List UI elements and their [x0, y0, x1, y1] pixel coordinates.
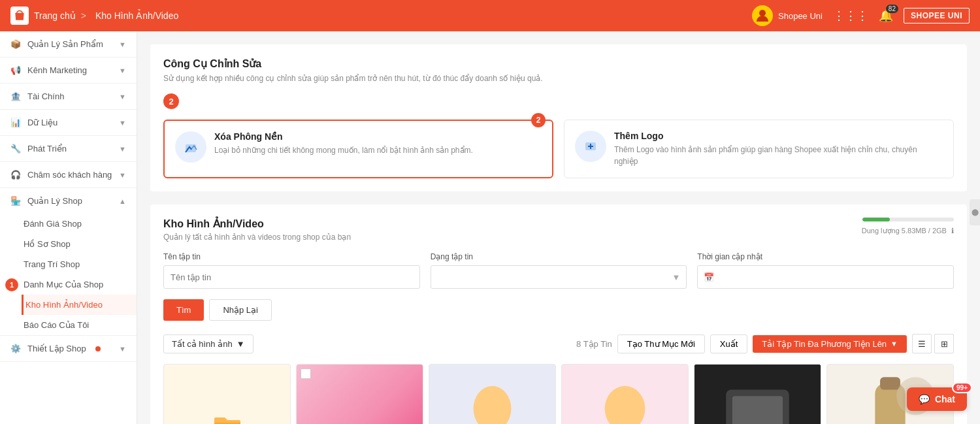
svg-rect-11: [732, 396, 783, 424]
sidebar-item-du-lieu[interactable]: 📊 Dữ Liệu ▼: [0, 110, 137, 135]
tools-card: Công Cụ Chỉnh Sửa Sử dụng kết hợp nhiều …: [150, 44, 967, 191]
date-wrapper: 📅: [697, 265, 954, 289]
upload-button[interactable]: Tải Tập Tin Đa Phương Tiện Lên ▼: [753, 335, 907, 353]
storage-text: Dung lượng 5.83MB / 2GB ℹ: [862, 227, 954, 235]
sidebar-item-quan-ly-san-pham[interactable]: 📦 Quản Lý Sản Phẩm ▼: [0, 31, 137, 57]
sidebar-item-cskh[interactable]: 🎧 Chăm sóc khách hàng ▼: [0, 162, 137, 188]
sidebar-section-data: 📊 Dữ Liệu ▼: [0, 110, 137, 136]
sidebar-item-phat-trien[interactable]: 🔧 Phát Triển ▼: [0, 136, 137, 161]
chat-button[interactable]: 💬 Chat 99+: [907, 387, 967, 411]
storage-fill: [862, 218, 890, 221]
tool-xoa-phong-nen[interactable]: 2 Xóa Phông Nền Loại bỏ những chi tiết k…: [163, 120, 553, 178]
shopee-uni-button[interactable]: SHOPEE UNI: [904, 8, 970, 24]
storage-info: Dung lượng 5.83MB / 2GB ℹ: [862, 218, 954, 235]
media-left: Tất cả hình ảnh ▼: [163, 334, 253, 353]
finance-icon: 🏦: [10, 91, 21, 101]
list-view-button[interactable]: ☰: [912, 334, 932, 353]
step2-wrapper: 2: [163, 93, 179, 109]
sidebar-item-danh-muc-shop[interactable]: Danh Mục Của Shop 1: [24, 274, 137, 295]
image-thumb-2[interactable]: ↑: [296, 364, 423, 424]
settings-dot: [95, 346, 101, 351]
badge-2: 2: [531, 113, 546, 127]
breadcrumb: > Kho Hình Ảnh/Video: [76, 10, 178, 21]
grid-view-button[interactable]: ⊞: [934, 334, 954, 353]
folder-thumb[interactable]: [163, 364, 291, 424]
tools-grid: 2 Xóa Phông Nền Loại bỏ những chi tiết k…: [163, 120, 954, 178]
chat-label: Chat: [935, 394, 955, 404]
sidebar-section-thiet-lap: ⚙️ Thiết Lập Shop ▼: [0, 336, 137, 362]
chevron-down-icon: ▼: [119, 145, 126, 153]
xoa-phong-nen-text: Xóa Phông Nền Loại bỏ những chi tiết khô…: [214, 131, 473, 156]
breadcrumb-current: Kho Hình Ảnh/Video: [95, 10, 178, 21]
export-button[interactable]: Xuất: [710, 334, 748, 353]
sidebar-label-products: Quản Lý Sản Phẩm: [27, 39, 103, 49]
sidebar-item-quan-ly-shop[interactable]: 🏪 Quản Lý Shop ▲: [0, 188, 137, 214]
dark-product-image: [694, 365, 821, 424]
sidebar-item-bao-cao[interactable]: Báo Cáo Của Tôi: [24, 315, 137, 335]
dropdown-arrow-icon: ▼: [237, 339, 245, 349]
sidebar-section-finance: 🏦 Tài Chính ▼: [0, 84, 137, 110]
step1-badge: 1: [5, 278, 18, 291]
image-checkbox-2[interactable]: [301, 368, 311, 379]
sidebar: 📦 Quản Lý Sản Phẩm ▼ 📢 Kênh Marketing ▼ …: [0, 31, 137, 424]
file-type-select[interactable]: Hình ảnh Video: [431, 265, 687, 289]
headset-icon: 🎧: [10, 170, 21, 180]
sidebar-item-kho-hinh-anh[interactable]: Kho Hình Ảnh/Video: [22, 295, 137, 315]
xoa-phong-nen-desc: Loại bỏ những chi tiết không mong muốn, …: [214, 144, 473, 156]
image-thumb-5[interactable]: [694, 364, 821, 424]
storage-info-icon[interactable]: ℹ: [951, 227, 954, 235]
dev-icon: 🔧: [10, 144, 21, 154]
chevron-down-icon: ▼: [119, 93, 126, 101]
sidebar-item-trang-tri-shop[interactable]: Trang Trí Shop: [24, 254, 137, 274]
tool-them-logo[interactable]: Thêm Logo Thêm Logo vào hình ảnh sản phẩ…: [564, 120, 954, 178]
sidebar-label-marketing: Kênh Marketing: [27, 65, 87, 75]
notification-bell[interactable]: 🔔 82: [879, 8, 893, 23]
megaphone-icon: 📢: [10, 65, 21, 75]
shopee-uni-section: Shopee Uni: [752, 5, 823, 26]
sidebar-item-danh-gia-shop[interactable]: Đánh Giá Shop: [24, 214, 137, 234]
sidebar-item-ho-so-shop[interactable]: Hồ Sơ Shop: [24, 234, 137, 254]
portrait-image: [562, 365, 688, 424]
shopee-icon: [10, 7, 29, 25]
grid-icon[interactable]: ⋮⋮⋮: [833, 8, 868, 23]
breadcrumb-home[interactable]: Trang chủ: [34, 10, 76, 21]
filter-actions: Tìm Nhập Lại: [163, 299, 954, 321]
image-thumb-3[interactable]: [429, 364, 556, 424]
chevron-down-icon: ▼: [119, 67, 126, 74]
chevron-down-icon: ▼: [119, 41, 126, 48]
sidebar-label-data: Dữ Liệu: [27, 118, 57, 127]
sidebar-item-thiet-lap[interactable]: ⚙️ Thiết Lập Shop ▼: [0, 336, 137, 361]
file-type-label: Dạng tập tin: [431, 252, 687, 261]
step2-badge: 2: [163, 93, 179, 109]
brand-logo[interactable]: Trang chủ: [10, 7, 76, 25]
sidebar-item-tai-chinh[interactable]: 🏦 Tài Chính ▼: [0, 84, 137, 109]
reset-button[interactable]: Nhập Lại: [209, 299, 272, 321]
calendar-icon: 📅: [704, 272, 714, 282]
sidebar-sub-shop: Đánh Giá Shop Hồ Sơ Shop Trang Trí Shop …: [0, 214, 137, 335]
media-filter-dropdown[interactable]: Tất cả hình ảnh ▼: [163, 334, 253, 353]
filter-file-type: Dạng tập tin Hình ảnh Video ▼: [431, 252, 687, 289]
chat-icon: 💬: [919, 394, 930, 404]
sidebar-section-cskh: 🎧 Chăm sóc khách hàng ▼: [0, 162, 137, 188]
them-logo-title: Thêm Logo: [614, 131, 943, 141]
uni-avatar: [752, 5, 773, 26]
step2-badge-pos: 2: [531, 113, 546, 127]
settings-icon: ⚙️: [10, 344, 21, 353]
them-logo-desc: Thêm Logo vào hình ảnh sản phẩm giúp gia…: [614, 144, 943, 167]
image-thumb-4[interactable]: [561, 364, 689, 424]
tools-title: Công Cụ Chỉnh Sửa: [163, 57, 954, 70]
file-name-input[interactable]: [163, 265, 420, 289]
them-logo-text: Thêm Logo Thêm Logo vào hình ảnh sản phẩ…: [614, 131, 943, 167]
sidebar-item-kenh-marketing[interactable]: 📢 Kênh Marketing ▼: [0, 57, 137, 83]
date-input[interactable]: [697, 265, 954, 289]
svg-rect-14: [880, 377, 900, 389]
search-button[interactable]: Tìm: [163, 299, 204, 321]
upload-label: Tải Tập Tin Đa Phương Tiện Lên: [762, 339, 887, 349]
storage-bar: [862, 218, 954, 221]
kho-card: Kho Hình Ảnh/Video Quản lý tất cả hình ả…: [150, 204, 967, 424]
filter-file-name: Tên tập tin: [163, 252, 420, 289]
create-folder-button[interactable]: Tạo Thư Mục Mới: [617, 334, 705, 353]
topbar: Trang chủ > Kho Hình Ảnh/Video Shopee Un…: [0, 0, 980, 31]
chevron-down-icon: ▼: [119, 119, 126, 127]
sidebar-label-thiet-lap: Thiết Lập Shop: [27, 344, 86, 353]
